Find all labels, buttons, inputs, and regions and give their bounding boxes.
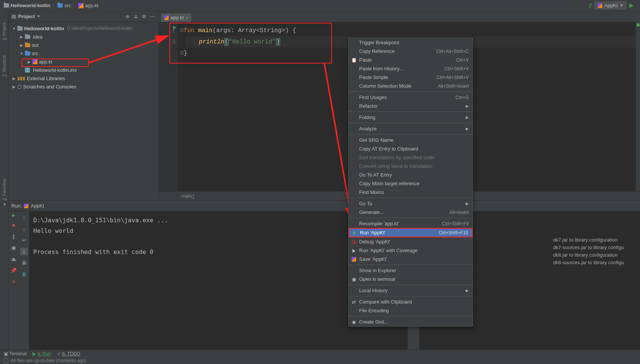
menu-trigger-breakpoint[interactable]: Trigger Breakpoint — [349, 38, 473, 47]
print-button[interactable]: 🖶 — [20, 259, 28, 266]
tool-stripe-project[interactable]: 1: Project — [2, 23, 6, 40]
menu-recompile[interactable]: Recompile 'app.kt'Ctrl+Shift+F9 — [349, 219, 473, 228]
clear-button[interactable]: 🗑 — [20, 270, 28, 278]
expand-arrow-icon[interactable]: ▶ — [12, 76, 16, 81]
tree-external-libs[interactable]: ▶ ▮▮▮ External Libraries — [8, 74, 158, 82]
tool-stripe-structure[interactable]: 7: Structure — [2, 55, 6, 77]
menu-compare-clipboard[interactable]: ⇄Compare with Clipboard — [349, 297, 473, 306]
breadcrumb-file[interactable]: app.kt — [78, 3, 98, 8]
scroll-end-button[interactable]: ⤓ — [20, 248, 28, 255]
menu-open-terminal[interactable]: ▣Open in terminal — [349, 275, 473, 283]
folder-icon — [25, 51, 30, 56]
folder-icon — [25, 43, 30, 47]
menu-paste[interactable]: 📋PasteCtrl+V — [349, 56, 473, 64]
menu-copy-mixin[interactable]: Copy Mixin target reference — [349, 179, 473, 188]
status-checkbox[interactable] — [4, 358, 8, 363]
down-button[interactable]: ↓ — [20, 225, 28, 232]
expand-arrow-icon[interactable]: ▼ — [12, 26, 16, 31]
terminal-tab[interactable]: ▣ Terminal — [4, 351, 26, 356]
stop-button[interactable]: ■ — [10, 221, 17, 229]
menu-folding[interactable]: Folding▶ — [349, 113, 473, 122]
kotlin-icon — [24, 204, 28, 208]
kotlin-file-icon — [33, 59, 37, 64]
menu-paste-simple[interactable]: Paste SimpleCtrl+Alt+Shift+V — [349, 73, 473, 82]
collapse-icon[interactable]: ⇊ — [133, 14, 139, 20]
coverage-icon: ▶ — [351, 248, 357, 254]
menu-analyze[interactable]: Analyze▶ — [349, 124, 473, 133]
tree-out[interactable]: ▶ out — [8, 41, 158, 49]
hide-panel-icon[interactable]: — — [149, 14, 155, 20]
navigation-bar: Helloworld-kotlin 〉 src 〉 app.kt ⇵ AppKt — [0, 0, 640, 11]
pause-button[interactable]: ‖ — [10, 232, 17, 240]
menu-column-selection[interactable]: Column Selection ModeAlt+Shift+Insert — [349, 82, 473, 90]
menu-copy-at[interactable]: Copy AT Entry to Clipboard — [349, 144, 473, 153]
menu-paste-history[interactable]: Paste from History...Ctrl+Shift+V — [349, 64, 473, 73]
todo-tab[interactable]: ✓ 6: TODO — [57, 351, 81, 356]
menu-file-encoding[interactable]: File Encoding — [349, 306, 473, 315]
menu-refactor[interactable]: Refactor▶ — [349, 102, 473, 110]
expand-arrow-icon[interactable]: ▶ — [20, 43, 23, 47]
tree-src[interactable]: ▼ src — [8, 49, 158, 57]
menu-copy-reference[interactable]: Copy ReferenceCtrl+Alt+Shift+C — [349, 47, 473, 56]
folder-icon — [25, 35, 30, 39]
expand-arrow-icon[interactable]: ▶ — [20, 35, 23, 39]
menu-debug-appkt[interactable]: 🐞Debug 'AppKt' — [349, 237, 473, 246]
rerun-button[interactable] — [12, 214, 15, 217]
menu-create-gist[interactable]: ◉Create Gist... — [349, 318, 473, 326]
up-button[interactable]: ↑ — [20, 214, 28, 221]
run-label: Run: — [11, 203, 22, 209]
soft-wrap-button[interactable]: ↩ — [20, 236, 28, 244]
breadcrumb-src[interactable]: src — [57, 3, 71, 8]
run-tab[interactable]: ▶ 4: Run — [33, 351, 51, 356]
tool-stripe-favorites[interactable]: ★ 2: Favorites — [2, 179, 6, 207]
close-tab-icon[interactable]: × — [186, 15, 188, 20]
menu-generate[interactable]: Generate...Alt+Insert — [349, 208, 473, 217]
run-button[interactable] — [629, 3, 633, 8]
expand-arrow-icon[interactable]: ▶ — [12, 85, 16, 89]
editor-gutter[interactable]: 1 3 — [159, 22, 178, 191]
menu-goto-at[interactable]: Go To AT Entry — [349, 170, 473, 179]
editor-context-menu: Trigger Breakpoint Copy ReferenceCtrl+Al… — [348, 38, 473, 327]
pin-button[interactable]: 📌 — [10, 266, 17, 274]
chevron-down-icon[interactable] — [37, 15, 40, 17]
editor-marker-stripe[interactable] — [635, 22, 640, 191]
menu-show-explorer[interactable]: Show in Explorer — [349, 266, 473, 275]
run-config-selector[interactable]: AppKt — [594, 2, 626, 9]
locate-icon[interactable]: ⊕ — [124, 14, 130, 20]
exit-button[interactable]: ⏏ — [10, 255, 17, 263]
tree-idea[interactable]: ▶ .idea — [8, 33, 158, 41]
run-gutter-icon[interactable] — [173, 26, 176, 29]
menu-sort-translations: Sort translations by specified order — [349, 153, 473, 162]
project-tree[interactable]: ▼ Helloworld-kotlin D:\IdeaProjects\Hell… — [8, 22, 158, 200]
menu-save-appkt[interactable]: Save 'AppKt' — [349, 255, 473, 263]
tree-iml[interactable]: Helloworld-kotlin.iml — [8, 66, 158, 74]
gear-icon[interactable]: ⚙ — [141, 14, 147, 20]
tree-root[interactable]: ▼ Helloworld-kotlin D:\IdeaProjects\Hell… — [8, 24, 158, 33]
menu-local-history[interactable]: Local History▶ — [349, 286, 473, 295]
status-message: All files are up-to-date (moments ago) — [11, 358, 87, 363]
dump-threads-button[interactable]: ▣ — [10, 244, 17, 251]
menu-find-mixins[interactable]: Find Mixins — [349, 188, 473, 197]
close-button[interactable]: ✕ — [10, 278, 17, 285]
fold-icon[interactable]: ⊟ — [180, 27, 184, 34]
kotlin-file-icon — [164, 15, 169, 20]
menu-run-appkt[interactable]: Run 'AppKt'Ctrl+Shift+F10 — [349, 228, 473, 237]
breadcrumb-project[interactable]: Helloworld-kotlin — [4, 3, 50, 8]
run-tool-window: Run: AppKt ⚙ — ■ ‖ ▣ ⏏ 📌 ✕ — [8, 201, 408, 350]
expand-arrow-icon[interactable]: ▶ — [27, 60, 31, 64]
expand-arrow-icon[interactable]: ▼ — [20, 51, 23, 56]
menu-find-usages[interactable]: Find UsagesCtrl+G — [349, 93, 473, 102]
fold-icon[interactable]: ⊟ — [180, 50, 184, 57]
github-icon: ◉ — [351, 319, 357, 325]
analysis-ok-icon — [637, 23, 640, 26]
paste-icon: 📋 — [351, 57, 357, 63]
menu-run-coverage[interactable]: ▶Run 'AppKt' with Coverage — [349, 246, 473, 255]
menu-get-srg[interactable]: Get SRG Name — [349, 136, 473, 144]
tree-appkt[interactable]: ▶ app.kt — [8, 57, 158, 66]
line-number: 3 — [159, 36, 175, 48]
build-icon[interactable]: ⇵ — [587, 2, 594, 9]
editor-tab-appkt[interactable]: app.kt × — [161, 13, 191, 22]
project-view-icon: ▤ — [11, 14, 16, 19]
tree-scratches[interactable]: ▶ ▢ Scratches and Consoles — [8, 82, 158, 91]
menu-goto[interactable]: Go To▶ — [349, 199, 473, 208]
